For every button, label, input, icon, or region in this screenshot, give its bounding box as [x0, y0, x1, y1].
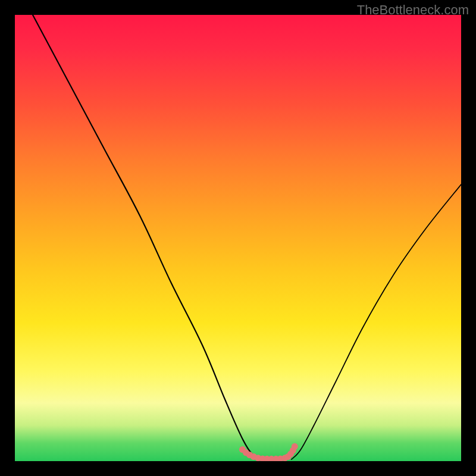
curve-right-branch	[292, 184, 461, 459]
curve-left-branch	[33, 15, 261, 459]
chart-frame: TheBottleneck.com	[0, 0, 476, 476]
bottleneck-marker	[292, 443, 298, 450]
plot-area	[15, 15, 461, 461]
bottleneck-curve-svg	[15, 15, 461, 461]
watermark-text: TheBottleneck.com	[357, 2, 469, 18]
bottleneck-marker-group	[239, 443, 298, 461]
